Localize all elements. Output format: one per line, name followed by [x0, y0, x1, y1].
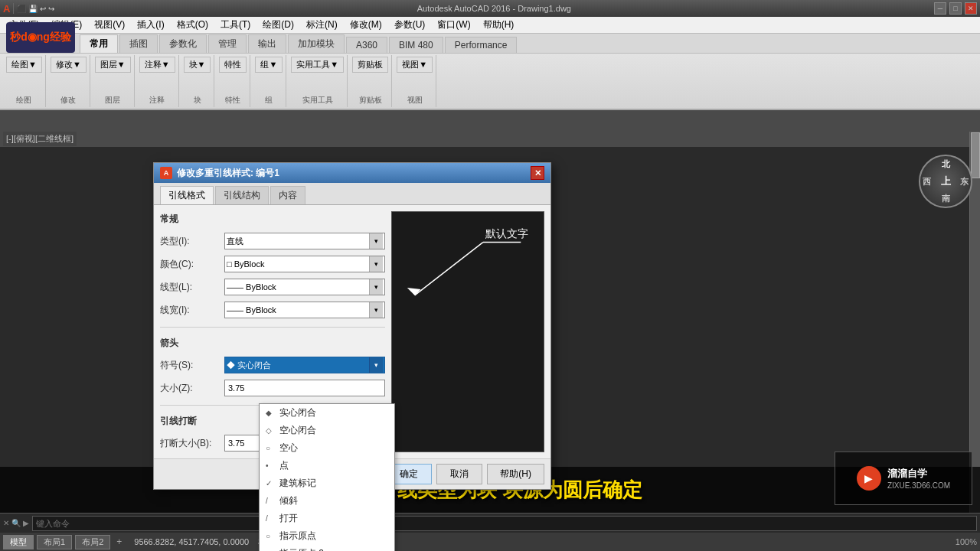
command-input[interactable] — [32, 516, 977, 531]
help-button[interactable]: 帮助(H) — [487, 464, 544, 484]
arrow-size-label: 大小(Z): — [160, 382, 221, 395]
color-select[interactable]: □ ByBlock ▾ — [224, 256, 385, 272]
dropdown-item-0[interactable]: ◆ 实心闭合 — [260, 404, 394, 422]
arrowhead-value: ◆ 实心闭合 — [227, 360, 271, 371]
view-label: 视图 — [407, 95, 423, 106]
dropdown-item-8[interactable]: ○ 指示原点 2 — [260, 545, 394, 551]
clipboard-button[interactable]: 剪贴板 — [352, 57, 388, 73]
dropdown-item-5[interactable]: / 倾斜 — [260, 492, 394, 510]
preview-svg — [392, 212, 544, 311]
close-button[interactable]: ✕ — [965, 2, 977, 15]
titlebar-left: A ⬛ 💾 ↩ ↪ — [3, 3, 54, 15]
watermark-channel: 溜溜自学 — [887, 467, 950, 481]
arrow-size-row: 大小(Z): — [160, 379, 385, 397]
tab-layout2[interactable]: 布局2 — [75, 535, 110, 549]
dropdown-item-6[interactable]: / 打开 — [260, 510, 394, 527]
arrow-symbol-label: 符号(S): — [160, 359, 221, 372]
titlebar: A ⬛ 💾 ↩ ↪ Autodesk AutoCAD 2016 - Drawin… — [0, 0, 980, 17]
lineweight-label: 线宽(I): — [160, 304, 221, 317]
menu-draw[interactable]: 绘图(D) — [256, 17, 300, 33]
tab-leader-format[interactable]: 引线格式 — [160, 186, 214, 204]
scroll-thumb[interactable] — [971, 132, 980, 178]
linetype-value: —— ByBlock — [227, 282, 276, 292]
item-icon-5: / — [266, 497, 275, 505]
break-size-label: 打断大小(B): — [160, 437, 221, 450]
tab-leader-structure[interactable]: 引线结构 — [215, 186, 269, 204]
preview-panel: 默认文字 — [391, 211, 544, 452]
tab-layout1[interactable]: 布局1 — [37, 535, 72, 549]
block-button[interactable]: 块▼ — [184, 57, 211, 73]
dialog-close-button[interactable]: ✕ — [531, 166, 544, 180]
minimize-button[interactable]: ─ — [934, 2, 946, 15]
color-arrow-icon[interactable]: ▾ — [369, 256, 383, 272]
compass-south: 南 — [942, 193, 950, 204]
arrowhead-select[interactable]: ◆ 实心闭合 ▾ — [224, 357, 385, 373]
item-label-6: 打开 — [279, 512, 298, 525]
type-select[interactable]: 直线 ▾ — [224, 233, 385, 249]
menu-insert[interactable]: 插入(I) — [131, 17, 170, 33]
cancel-button[interactable]: 取消 — [436, 464, 482, 484]
dropdown-item-2[interactable]: ○ 空心 — [260, 439, 394, 457]
dropdown-item-4[interactable]: ✓ 建筑标记 — [260, 474, 394, 492]
coordinates: 9566.8282, 4517.7405, 0.0000 — [134, 537, 249, 546]
tab-a360[interactable]: A360 — [346, 37, 387, 53]
lineweight-arrow-icon[interactable]: ▾ — [369, 302, 383, 318]
menu-format[interactable]: 格式(O) — [171, 17, 214, 33]
group-button[interactable]: 组▼ — [255, 57, 283, 73]
menu-tools[interactable]: 工具(T) — [214, 17, 256, 33]
annotate-label: 注释 — [149, 95, 165, 106]
command-line: ✕ 🔍 ▶ — [0, 513, 980, 533]
tab-performance[interactable]: Performance — [445, 37, 518, 53]
compass-east: 东 — [960, 176, 969, 187]
clipboard-label: 剪贴板 — [359, 95, 382, 106]
dropdown-item-7[interactable]: ○ 指示原点 — [260, 527, 394, 545]
menu-params[interactable]: 参数(U) — [388, 17, 432, 33]
layer-button[interactable]: 图层▼ — [95, 57, 131, 73]
arrow-size-input[interactable] — [224, 380, 385, 396]
color-label: 颜色(C): — [160, 258, 221, 271]
props-button[interactable]: 特性 — [219, 57, 247, 73]
modify-button[interactable]: 修改▼ — [51, 57, 87, 73]
menu-help[interactable]: 帮助(H) — [477, 17, 521, 33]
tab-output[interactable]: 输出 — [248, 34, 286, 53]
lineweight-select[interactable]: —— ByBlock ▾ — [224, 302, 385, 318]
menu-modify[interactable]: 修改(M) — [344, 17, 388, 33]
tab-model[interactable]: 模型 — [3, 535, 34, 549]
tab-params[interactable]: 参数化 — [159, 34, 207, 53]
view-button[interactable]: 视图▼ — [397, 57, 433, 73]
tab-content[interactable]: 内容 — [270, 186, 305, 204]
play-icon: ▶ — [857, 466, 881, 491]
annotate-button[interactable]: 注释▼ — [139, 57, 175, 73]
draw-button[interactable]: 绘图▼ — [6, 57, 42, 73]
tab-insert[interactable]: 插图 — [119, 34, 158, 53]
item-icon-3: • — [266, 461, 275, 470]
props-label: 特性 — [225, 95, 240, 106]
menu-view[interactable]: 视图(V) — [88, 17, 131, 33]
layer-label: 图层 — [105, 95, 120, 106]
menu-annotate[interactable]: 标注(N) — [300, 17, 344, 33]
titlebar-controls: ─ □ ✕ — [934, 2, 977, 15]
color-value: □ ByBlock — [227, 259, 264, 269]
menu-window[interactable]: 窗口(W) — [431, 17, 476, 33]
item-label-7: 指示原点 — [279, 530, 316, 543]
dialog-tabs: 引线格式 引线结构 内容 — [154, 183, 550, 205]
linetype-arrow-icon[interactable]: ▾ — [369, 279, 383, 295]
add-layout-icon[interactable]: + — [116, 536, 122, 547]
ribbon-group-clipboard: 剪贴板 剪贴板 — [349, 55, 392, 107]
item-label-8: 指示原点 2 — [279, 547, 324, 551]
tab-addons[interactable]: 加加模块 — [288, 34, 345, 53]
arrowhead-arrow-icon[interactable]: ▾ — [369, 357, 383, 373]
linetype-select[interactable]: —— ByBlock ▾ — [224, 279, 385, 295]
maximize-button[interactable]: □ — [949, 2, 962, 15]
dropdown-item-1[interactable]: ◇ 空心闭合 — [260, 422, 394, 439]
tab-home[interactable]: 常用 — [80, 34, 118, 53]
tab-bim480[interactable]: BIM 480 — [389, 37, 443, 53]
utilities-button[interactable]: 实用工具▼ — [291, 57, 344, 73]
tab-manage[interactable]: 管理 — [208, 34, 247, 53]
item-label-3: 点 — [279, 459, 289, 472]
compass-west: 西 — [923, 176, 931, 187]
zoom-level: 100% — [956, 537, 977, 546]
type-arrow-icon[interactable]: ▾ — [369, 233, 383, 249]
dialog-title: 修改多重引线样式: 编号1 — [177, 167, 279, 180]
dropdown-item-3[interactable]: • 点 — [260, 457, 394, 474]
